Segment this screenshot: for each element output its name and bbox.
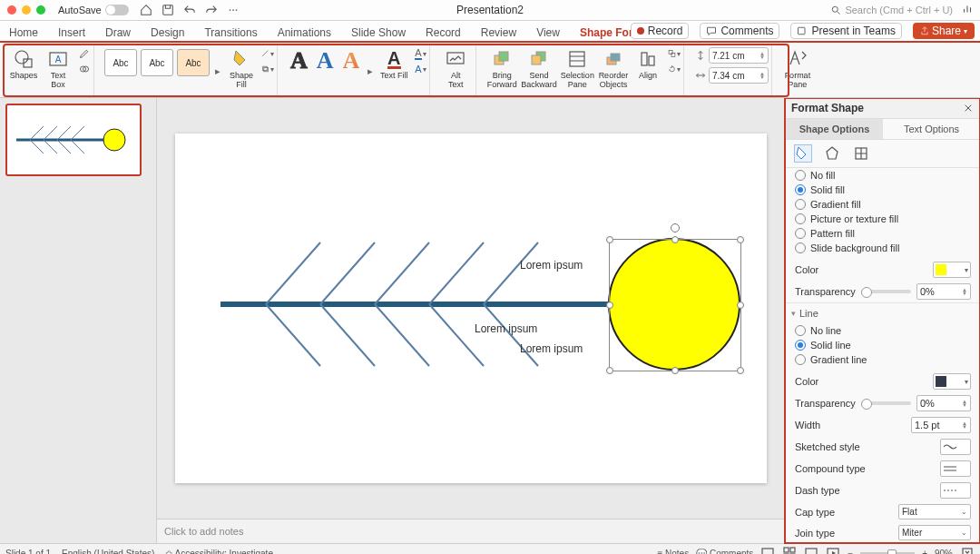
rotate-icon[interactable]: ▾ — [668, 63, 681, 75]
menu-insert[interactable]: Insert — [54, 25, 89, 41]
fill-line-tab-icon[interactable] — [795, 145, 811, 162]
wordart-style-2[interactable]: A — [317, 47, 334, 74]
wordart-more[interactable]: ▸ — [364, 64, 377, 77]
share-button[interactable]: Share▾ — [913, 23, 975, 39]
view-slideshow-icon[interactable] — [826, 546, 840, 554]
line-width-value[interactable]: 1.5 pt▲▼ — [911, 417, 971, 433]
minimize-window-button[interactable] — [22, 5, 31, 15]
fill-solid[interactable]: Solid fill — [795, 184, 971, 195]
search-input[interactable]: Search (Cmd + Ctrl + U) — [830, 5, 953, 15]
undo-icon[interactable] — [183, 4, 196, 16]
view-reading-icon[interactable] — [804, 546, 818, 554]
rotation-handle[interactable] — [671, 223, 680, 232]
shape-fill-button[interactable]: Shape Fill — [224, 47, 259, 90]
shape-effects-icon[interactable]: ▾ — [261, 63, 274, 75]
align-button[interactable]: Align — [631, 47, 665, 81]
slide-thumbnail-1[interactable]: 1 — [5, 104, 142, 176]
menu-slide-show[interactable]: Slide Show — [348, 25, 409, 41]
slide-canvas[interactable]: Lorem ipsum Lorem ipsum Lorem ipsum — [175, 134, 767, 483]
fill-slide-bg[interactable]: Slide background fill — [795, 242, 971, 253]
resize-handle-w[interactable] — [606, 302, 613, 309]
selection-pane-button[interactable]: Selection Pane — [559, 47, 596, 90]
record-button[interactable]: Record — [631, 23, 690, 39]
text-effects-icon[interactable]: A▾ — [414, 63, 426, 75]
fill-gradient[interactable]: Gradient fill — [795, 199, 971, 210]
menu-animations[interactable]: Animations — [274, 25, 335, 41]
fill-picture[interactable]: Picture or texture fill — [795, 213, 971, 224]
send-backward-button[interactable]: Send Backward — [519, 47, 559, 90]
shape-style-1[interactable]: Abc — [104, 49, 137, 76]
menu-transitions[interactable]: Transitions — [201, 25, 260, 41]
wordart-style-3[interactable]: A — [343, 47, 360, 74]
resize-handle-s[interactable] — [671, 367, 679, 374]
save-icon[interactable] — [162, 4, 174, 16]
resize-handle-n[interactable] — [671, 236, 679, 243]
zoom-window-button[interactable] — [36, 5, 45, 15]
menu-home[interactable]: Home — [5, 25, 42, 41]
edit-shape-icon[interactable] — [78, 47, 91, 60]
dash-type-picker[interactable] — [940, 482, 971, 499]
reorder-objects-button[interactable]: Reorder Objects — [596, 47, 631, 90]
comments-button[interactable]: Comments — [700, 23, 779, 39]
text-outline-icon[interactable]: A▾ — [414, 47, 426, 60]
fill-no-fill[interactable]: No fill — [795, 170, 971, 181]
resize-handle-sw[interactable] — [606, 367, 613, 374]
close-window-button[interactable] — [7, 5, 16, 15]
effects-tab-icon[interactable] — [824, 145, 840, 162]
group-icon[interactable]: ▾ — [668, 47, 681, 60]
line-none[interactable]: No line — [795, 325, 971, 336]
home-icon[interactable] — [140, 4, 152, 16]
zoom-percent[interactable]: 90% — [935, 549, 953, 555]
line-gradient[interactable]: Gradient line — [795, 354, 971, 365]
close-pane-button[interactable] — [962, 102, 975, 114]
selection-box[interactable] — [609, 239, 741, 371]
zoom-in-button[interactable]: + — [922, 549, 927, 555]
share-activity-icon[interactable] — [960, 2, 975, 16]
autosave-toggle[interactable] — [105, 5, 129, 15]
status-accessibility[interactable]: ✩ Accessibility: Investigate — [165, 549, 273, 555]
text-box-button[interactable]: A Text Box — [41, 47, 75, 90]
fill-pattern[interactable]: Pattern fill — [795, 228, 971, 239]
shape-outline-icon[interactable]: ▾ — [261, 47, 274, 60]
line-transparency-value[interactable]: 0%▲▼ — [916, 395, 971, 411]
resize-handle-ne[interactable] — [737, 236, 744, 243]
line-section-header[interactable]: ▾Line — [786, 303, 980, 323]
status-notes-button[interactable]: ≡ Notes — [657, 549, 689, 555]
menu-view[interactable]: View — [533, 25, 564, 41]
shape-styles-more[interactable]: ▸ — [211, 64, 224, 77]
alt-text-button[interactable]: Alt Text — [438, 47, 473, 90]
fill-transparency-value[interactable]: 0%▲▼ — [916, 283, 971, 300]
wordart-style-1[interactable]: A — [290, 47, 308, 74]
view-normal-icon[interactable] — [760, 546, 775, 554]
menu-review[interactable]: Review — [477, 25, 520, 41]
menu-design[interactable]: Design — [147, 25, 188, 41]
compound-type-picker[interactable] — [940, 460, 971, 477]
shape-style-2[interactable]: Abc — [141, 49, 173, 76]
resize-handle-nw[interactable] — [606, 236, 613, 243]
resize-handle-se[interactable] — [737, 367, 744, 374]
text-fill-button[interactable]: A Text Fill — [377, 47, 411, 81]
cap-type-select[interactable]: Flat⌄ — [898, 504, 971, 519]
size-properties-tab-icon[interactable] — [853, 145, 869, 162]
shapes-menu[interactable]: Shapes — [6, 47, 41, 81]
line-color-picker[interactable]: ▾ — [933, 373, 971, 390]
present-in-teams-button[interactable]: Present in Teams — [790, 23, 902, 39]
slide-thumbnail-panel[interactable]: 1 — [0, 98, 157, 543]
menu-record[interactable]: Record — [422, 25, 465, 41]
redo-icon[interactable] — [205, 4, 218, 16]
status-language[interactable]: English (United States) — [62, 549, 154, 555]
menu-draw[interactable]: Draw — [102, 25, 134, 41]
view-sorter-icon[interactable] — [782, 546, 797, 554]
sketched-style-picker[interactable] — [940, 439, 971, 455]
format-pane-button[interactable]: Format Pane — [780, 47, 815, 90]
bring-forward-button[interactable]: Bring Forward — [485, 47, 519, 90]
shape-style-3[interactable]: Abc — [177, 49, 210, 76]
pane-tab-shape-options[interactable]: Shape Options — [786, 119, 883, 139]
pane-tab-text-options[interactable]: Text Options — [883, 119, 980, 139]
fit-slide-button[interactable] — [960, 546, 975, 554]
status-slide-number[interactable]: Slide 1 of 1 — [5, 549, 51, 555]
fill-transparency-slider[interactable] — [861, 290, 911, 293]
merge-shapes-icon[interactable] — [78, 63, 91, 75]
resize-handle-e[interactable] — [737, 302, 744, 309]
join-type-select[interactable]: Miter⌄ — [898, 525, 971, 540]
